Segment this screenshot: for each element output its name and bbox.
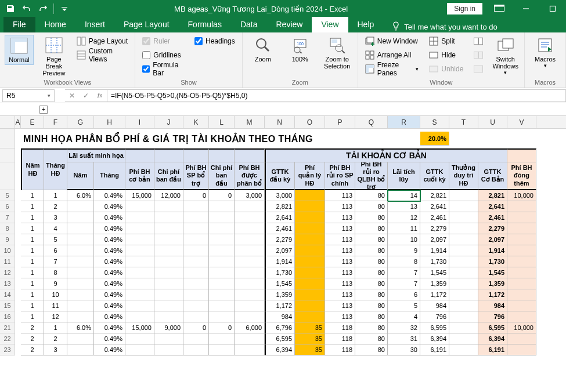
cell[interactable] (125, 212, 154, 223)
cell[interactable]: 9 (388, 245, 420, 256)
custom-views-button[interactable]: Custom Views (74, 49, 131, 61)
cell[interactable]: 35 (295, 322, 325, 333)
cell[interactable]: 3,000 (235, 190, 265, 201)
cell[interactable] (209, 201, 235, 212)
cell[interactable]: 13 (388, 201, 420, 212)
cell[interactable]: 2,097 (420, 234, 449, 245)
cell[interactable]: 2,821 (420, 190, 449, 201)
cell[interactable]: 113 (325, 234, 355, 245)
cell[interactable]: 1,172 (265, 300, 295, 311)
cell[interactable] (295, 223, 325, 234)
cell[interactable] (235, 245, 265, 256)
cell[interactable]: 6 (388, 289, 420, 300)
cell[interactable] (154, 234, 183, 245)
hide-button[interactable]: Hide (427, 49, 466, 61)
cell[interactable]: 14 (388, 190, 420, 201)
cell[interactable]: 2 (44, 333, 67, 344)
cell[interactable]: 8 (44, 267, 67, 278)
cell[interactable] (183, 256, 209, 267)
cell[interactable]: 6,796 (265, 322, 295, 333)
cell[interactable]: 80 (355, 245, 388, 256)
cell[interactable]: 80 (355, 190, 388, 201)
cell[interactable] (154, 278, 183, 289)
cell[interactable]: 0 (209, 190, 235, 201)
cell[interactable] (183, 223, 209, 234)
cell[interactable] (507, 256, 536, 267)
cell[interactable]: 0.49% (94, 234, 125, 245)
cell[interactable] (154, 267, 183, 278)
cell[interactable]: 6,394 (478, 333, 507, 344)
cell[interactable] (209, 234, 235, 245)
column-header[interactable]: O (295, 116, 325, 128)
cell[interactable]: 1 (44, 190, 67, 201)
cell[interactable]: 2,461 (265, 223, 295, 234)
cell[interactable] (154, 212, 183, 223)
cell[interactable]: 2,279 (478, 223, 507, 234)
cell[interactable]: 2,461 (478, 212, 507, 223)
cell[interactable]: 0.49% (94, 267, 125, 278)
cell[interactable]: 80 (355, 201, 388, 212)
cell[interactable]: 10,000 (507, 322, 536, 333)
cell[interactable]: 4 (388, 311, 420, 322)
cell[interactable]: 113 (325, 223, 355, 234)
cell[interactable] (125, 256, 154, 267)
cell[interactable]: 6,595 (420, 322, 449, 333)
cell[interactable]: 80 (355, 289, 388, 300)
cell[interactable]: 113 (325, 289, 355, 300)
cell[interactable]: 1 (21, 278, 44, 289)
cell[interactable] (295, 245, 325, 256)
row-header[interactable]: 15 (0, 300, 15, 311)
cell[interactable]: 1 (21, 245, 44, 256)
cell[interactable] (235, 234, 265, 245)
cell[interactable]: 6,191 (478, 344, 507, 355)
cell[interactable] (235, 223, 265, 234)
cell[interactable] (507, 278, 536, 289)
cell[interactable]: 113 (325, 245, 355, 256)
cell[interactable] (295, 212, 325, 223)
cell[interactable]: 0 (209, 322, 235, 333)
column-header[interactable]: L (209, 116, 235, 128)
cell[interactable]: 1,172 (478, 289, 507, 300)
cell[interactable] (67, 212, 94, 223)
page-break-preview-button[interactable]: Page Break Preview (39, 35, 69, 78)
macros-button[interactable]: Macros▾ (529, 35, 561, 70)
cell[interactable] (67, 344, 94, 355)
cell[interactable] (67, 256, 94, 267)
cell[interactable]: 1 (21, 234, 44, 245)
cell[interactable] (235, 278, 265, 289)
freeze-panes-button[interactable]: Freeze Panes▾ (363, 63, 421, 75)
cell[interactable] (154, 256, 183, 267)
cell[interactable]: 6,000 (235, 322, 265, 333)
headings-checkbox[interactable]: Headings (192, 35, 237, 48)
cell[interactable]: 31 (388, 333, 420, 344)
cell[interactable]: 80 (355, 300, 388, 311)
cell[interactable] (183, 311, 209, 322)
cell[interactable]: 2,641 (420, 201, 449, 212)
cell[interactable] (67, 267, 94, 278)
cell[interactable] (449, 223, 478, 234)
cell[interactable] (125, 201, 154, 212)
cell[interactable]: 118 (325, 333, 355, 344)
cell[interactable]: 0.49% (94, 311, 125, 322)
cell[interactable]: 118 (325, 322, 355, 333)
column-header[interactable]: E (21, 116, 44, 128)
cell[interactable]: 2 (21, 333, 44, 344)
cell[interactable] (449, 333, 478, 344)
row-header[interactable]: 8 (0, 223, 15, 234)
cell[interactable] (507, 245, 536, 256)
tab-formulas[interactable]: Formulas (179, 17, 231, 32)
cell[interactable]: 0.49% (94, 256, 125, 267)
cell[interactable]: 1 (21, 300, 44, 311)
cell[interactable]: 80 (355, 344, 388, 355)
column-header[interactable]: S (420, 116, 449, 128)
cell[interactable]: 1,730 (420, 256, 449, 267)
cell[interactable] (154, 201, 183, 212)
fx-icon[interactable]: fx (93, 89, 107, 102)
cell[interactable]: 0.49% (94, 300, 125, 311)
column-header[interactable]: A (15, 116, 21, 128)
cell[interactable] (449, 278, 478, 289)
cell[interactable]: 1,545 (420, 267, 449, 278)
tell-me[interactable]: Tell me what you want to do (383, 21, 497, 32)
cell[interactable] (235, 256, 265, 267)
column-header[interactable]: T (449, 116, 478, 128)
